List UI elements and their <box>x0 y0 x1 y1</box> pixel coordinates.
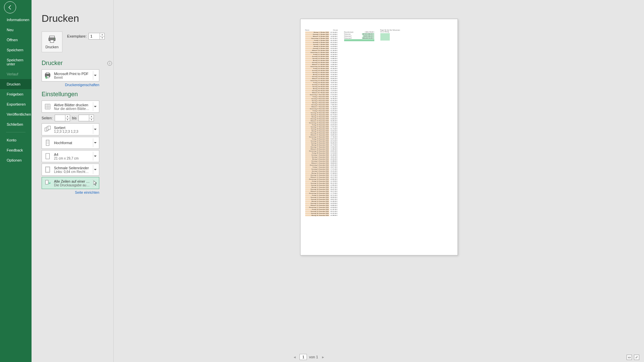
sidebar-footer-1[interactable]: Feedback <box>0 145 32 155</box>
zoom-to-page-toggle[interactable]: ⤢ <box>634 355 639 360</box>
print-what-select[interactable]: Aktive Blätter drucken Nur die aktiven B… <box>42 101 99 113</box>
pages-to[interactable] <box>79 115 89 121</box>
chevron-down-icon[interactable] <box>93 71 97 80</box>
sidebar-item-5: Verlauf <box>0 69 32 79</box>
chevron-down-icon[interactable] <box>93 138 97 147</box>
pages-from[interactable] <box>55 115 65 121</box>
preview-page: Datum Umsatz Montag, 1. Oktober 201832.1… <box>300 19 458 255</box>
page-next[interactable]: ► <box>320 355 326 360</box>
sidebar-item-6[interactable]: Drucken <box>0 79 32 89</box>
sidebar-item-4[interactable]: Speichern unter <box>0 55 32 69</box>
sidebar-item-3[interactable]: Speichern <box>0 45 32 55</box>
summary-row: Teilsumme467.021.000,20 € <box>344 33 374 35</box>
printer-heading: Drucker i <box>42 60 113 67</box>
sidebar-separator <box>6 132 25 132</box>
collate-icon <box>44 125 51 134</box>
page-title: Drucken <box>42 7 113 32</box>
svg-rect-2 <box>50 40 54 43</box>
page-current[interactable] <box>300 354 307 360</box>
page-total: von 1 <box>309 355 318 359</box>
portrait-icon <box>44 138 51 147</box>
page-icon <box>44 152 51 161</box>
sidebar-item-1[interactable]: Neu <box>0 25 32 35</box>
pages-label: Seiten: <box>42 116 53 120</box>
table-row: Montag, 31. Dezember 201844.288,00 € <box>305 215 338 217</box>
printer-name: Microsoft Print to PDF <box>54 72 90 76</box>
pages-to-label: bis <box>72 116 76 120</box>
print-preview-area: Datum Umsatz Montag, 1. Oktober 201832.1… <box>114 0 644 362</box>
svg-point-3 <box>54 39 54 39</box>
sidebar-item-2[interactable]: Öffnen <box>0 35 32 45</box>
col-header-date: Datum <box>305 29 310 31</box>
print-button[interactable]: Drucken <box>42 32 62 52</box>
svg-rect-9 <box>45 104 50 109</box>
svg-rect-5 <box>46 73 49 74</box>
sidebar-item-0[interactable]: Informationen <box>0 15 32 25</box>
printer-select[interactable]: Microsoft Print to PDF Bereit <box>42 69 99 81</box>
page-setup-link[interactable]: Seite einrichten <box>42 190 99 194</box>
note-highlight-box <box>380 33 390 41</box>
copies-input[interactable] <box>89 33 100 39</box>
sidebar-item-7[interactable]: Freigeben <box>0 89 32 99</box>
margins-select[interactable]: Schmale Seitenränder Links: 0,64 cm Rech… <box>42 164 99 176</box>
print-button-label: Drucken <box>45 45 58 49</box>
svg-rect-12 <box>48 126 50 129</box>
printer-status: Bereit <box>54 76 90 79</box>
page-prev[interactable]: ◄ <box>292 355 298 360</box>
chevron-down-icon[interactable] <box>93 179 97 187</box>
chevron-down-icon[interactable] <box>93 102 97 111</box>
printer-icon <box>48 35 56 44</box>
copies-spinner[interactable]: ▲ ▼ <box>89 33 105 40</box>
backstage-sidebar: InformationenNeuÖffnenSpeichernSpeichern… <box>0 0 32 362</box>
chevron-down-icon[interactable] <box>93 152 97 161</box>
scaling-icon <box>44 179 51 187</box>
settings-heading: Einstellungen <box>42 91 113 98</box>
sidebar-item-8[interactable]: Exportieren <box>0 99 32 109</box>
paper-size-select[interactable]: A4 21 cm x 29,7 cm <box>42 150 99 162</box>
copies-down[interactable]: ▼ <box>100 37 104 40</box>
chevron-down-icon[interactable] <box>93 165 97 174</box>
margins-icon <box>44 165 51 174</box>
scaling-select[interactable]: Alle Zeilen auf einer Seite da… Die Druc… <box>42 177 99 189</box>
pages-to-spinner[interactable]: ▲▼ <box>78 115 94 121</box>
orientation-select[interactable]: Hochformat <box>42 137 99 149</box>
printer-properties-link[interactable]: Druckereigenschaften <box>42 83 99 87</box>
note-text: Fügen Sie hier Ihre Teilsummen ein zur Ü… <box>380 29 400 33</box>
summary-row: Gesamtumsatz2.305.270,00 € <box>344 31 374 33</box>
page-navigation: ◄ von 1 ► <box>292 354 326 360</box>
collate-select[interactable]: Sortiert 1;2;3 1;2;3 1;2;3 <box>42 123 99 135</box>
sidebar-footer-0[interactable]: Konto <box>0 135 32 145</box>
svg-rect-0 <box>49 36 54 38</box>
back-button[interactable] <box>4 1 16 13</box>
backstage-main: Drucken Drucken Exempla <box>32 0 644 362</box>
sidebar-item-10[interactable]: Schließen <box>0 119 32 129</box>
col-header-rev: Umsatz <box>333 29 338 31</box>
sheets-icon <box>44 102 51 111</box>
svg-rect-14 <box>46 154 50 159</box>
summary-row: Teilsumme3488.448.216,30 € <box>344 37 374 39</box>
summary-row: Teilsumme218.091.946,10 € <box>344 35 374 37</box>
summary-total-bar <box>344 39 374 41</box>
svg-rect-17 <box>46 180 48 184</box>
sidebar-item-9[interactable]: Veröffentlichen <box>0 109 32 119</box>
chevron-down-icon[interactable] <box>93 125 97 134</box>
svg-point-7 <box>49 74 50 75</box>
sidebar-footer-2[interactable]: Optionen <box>0 155 32 165</box>
printer-info-icon[interactable]: i <box>107 61 112 66</box>
show-margins-toggle[interactable]: ▭ <box>627 355 632 360</box>
pages-from-spinner[interactable]: ▲▼ <box>55 115 70 121</box>
copies-up[interactable]: ▲ <box>100 33 104 37</box>
printer-device-icon <box>44 71 51 80</box>
copies-label: Exemplare: <box>67 34 87 38</box>
